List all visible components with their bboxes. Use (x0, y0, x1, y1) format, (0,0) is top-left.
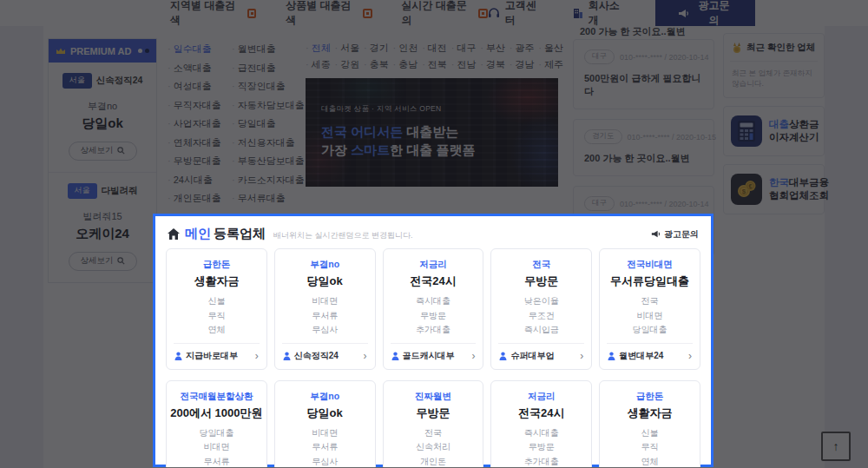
company-card[interactable]: 부결no 당일ok 비대면 무서류 무심사 신속정직24 › (274, 248, 376, 370)
card-features: 신불 무직 연체 (600, 426, 700, 468)
loan-menu-item[interactable]: 무서류대출 (232, 189, 291, 208)
magnifier-icon (117, 257, 125, 265)
company-card[interactable]: 급한돈 생활자금 신불 무직 연체 지급바로대부 › (166, 248, 267, 370)
region-tab[interactable]: 전북 (422, 56, 447, 73)
region-tab[interactable]: 광주 (510, 40, 535, 56)
up-arrow-icon: ↑ (833, 439, 839, 453)
loan-menu-item[interactable]: 직장인대출 (232, 77, 291, 96)
region-tab[interactable]: 세종 (306, 56, 331, 73)
ad-inquiry-button[interactable]: 광고문의 (655, 0, 755, 26)
loan-menu-item[interactable]: 여성대출 (168, 77, 227, 96)
loan-menu-item[interactable]: 급전대출 (232, 59, 291, 78)
loan-menu-item[interactable]: 연체자대출 (168, 134, 227, 153)
card-company-name: 신속정직24 (294, 350, 339, 362)
topnav-item-label: 상품별 대출검색 (286, 0, 358, 28)
card-features: 즉시대출 무방문 추가대출 (384, 294, 483, 338)
card-subtitle: 전국 (491, 259, 591, 271)
inquiry-phone-date: 010-****-**** / 2020-10-14 (620, 53, 709, 62)
card-subtitle: 전국비대면 (600, 259, 700, 271)
main-ad-inquiry-link[interactable]: 광고문의 (651, 228, 699, 241)
company-card[interactable]: 저금리 전국24시 즉시대출 무방문 추가대출 골드캐시대부 › (383, 248, 484, 370)
company-card[interactable]: 전국비대면 무서류당일대출 전국 비대면 당일대출 월변대부24 › (599, 248, 700, 370)
region-tab[interactable]: 경남 (510, 56, 535, 73)
region-tabs-row-1: 전체서울경기인천대전대구부산광주울산 (306, 40, 563, 56)
company-card[interactable]: 전국 무방문 낮은이율 무조건 즉시입금 슈퍼대부업 › (490, 248, 592, 370)
association-lookup-widget[interactable]: $€ 한국대부금융 협회업체조회 (723, 164, 825, 214)
card-title: 전국24시 (384, 274, 483, 289)
region-tab[interactable]: 인천 (393, 40, 418, 56)
region-tab[interactable]: 충남 (393, 56, 418, 73)
region-tab[interactable]: 강원 (335, 56, 360, 73)
company-card[interactable]: 부결no 당일ok 비대면 무서류 무심사 신속정직24 › (274, 380, 376, 468)
card-footer: 신속정직24 › (282, 343, 368, 369)
promo-banner[interactable]: 대출마켓 상품 · 지역 서비스 OPEN 전국 어디서든 대출받는 가장 스마… (306, 78, 558, 187)
loan-menu-item[interactable]: 카드소지자대출 (232, 171, 291, 190)
loan-menu-item[interactable]: 사업자대출 (168, 115, 227, 134)
loan-menu-item[interactable]: 당일대출 (232, 115, 291, 134)
region-tab[interactable]: 경기 (364, 40, 389, 56)
region-tab[interactable]: 제주 (538, 56, 563, 73)
loan-menu-item[interactable]: 소액대출 (168, 59, 227, 78)
loan-menu-item[interactable]: 무직자대출 (168, 96, 227, 115)
company-card[interactable]: 급한돈 생활자금 신불 무직 연체 지급바로대부 › (599, 380, 700, 468)
region-tab[interactable]: 울산 (538, 40, 563, 56)
premium-card[interactable]: 서울 신속정직24 부결no 당일ok 상세보기 (49, 63, 156, 172)
detail-view-button[interactable]: 상세보기 (69, 252, 137, 271)
premium-card-line2: 오케이24 (54, 226, 151, 242)
orange-list-icon (247, 9, 257, 18)
region-badge: 서울 (62, 73, 92, 89)
loan-menu-item[interactable]: 자동차담보대출 (232, 96, 291, 115)
loan-menu-item[interactable]: 무방문대출 (168, 152, 227, 171)
recent-companies-panel: 최근 확인한 업체 최근 본 업체가 존재하지 않습니다. (723, 33, 825, 98)
company-about-link[interactable]: 회사소개 (572, 0, 626, 28)
loan-menu-item[interactable]: 저신용자대출 (232, 134, 291, 153)
medal-icon (732, 43, 742, 54)
customer-center-link[interactable]: 고객센터 (488, 0, 542, 28)
card-company-name: 골드캐시대부 (403, 350, 455, 362)
topnav-menu-item[interactable]: 실시간 대출문의 (402, 0, 488, 28)
detail-button-label: 상세보기 (81, 255, 114, 267)
orange-list-icon (363, 9, 372, 18)
card-title: 생활자금 (167, 274, 266, 289)
right-widgets: 최근 확인한 업체 최근 본 업체가 존재하지 않습니다. 대출상환금 이자계산… (723, 33, 825, 222)
premium-card[interactable]: 서울 다빌려줘 빌려줘15 오케이24 상세보기 (49, 172, 156, 282)
card-company-name: 슈퍼대부업 (510, 350, 554, 362)
card-subtitle: 저금리 (384, 259, 483, 271)
scroll-to-top-button[interactable]: ↑ (821, 432, 851, 461)
region-tab[interactable]: 서울 (335, 40, 360, 56)
detail-view-button[interactable]: 상세보기 (69, 142, 137, 161)
premium-pagination-dots[interactable] (138, 49, 149, 53)
page: 지역별 대출검색 상품별 대출검색 실시간 대출문의 고객센터 (0, 0, 868, 468)
loan-calculator-widget[interactable]: 대출상환금 이자계산기 (723, 106, 825, 156)
region-tab[interactable]: 전남 (451, 56, 477, 73)
inquiry-text: 200 가능 한 곳이요..월변 (584, 152, 703, 165)
inquiry-text: 500만원이 급하게 필요합니다 (584, 72, 703, 98)
loan-menu-item[interactable]: 월변대출 (232, 40, 291, 59)
company-card[interactable]: 진짜월변 무방문 전국 신속처리 개인돈 파워대부업 › (383, 380, 484, 468)
region-tab[interactable]: 대구 (451, 40, 477, 56)
card-title: 200에서 1000만원 (167, 405, 266, 421)
loan-menu-item[interactable]: 일수대출 (168, 40, 227, 59)
inquiry-item[interactable]: 경기도 010-****-**** / 2020-10-15 200 가능 한 … (573, 119, 714, 176)
loan-menu-item[interactable]: 개인돈대출 (168, 189, 227, 208)
loan-menu-item[interactable]: 부동산담보대출 (232, 152, 291, 171)
loan-menu-item[interactable]: 24시대출 (168, 171, 227, 190)
region-tab[interactable]: 충북 (364, 56, 389, 73)
premium-ad-panel: PREMIUM AD 서울 신속정직24 부결no 당일ok 상세보기 (48, 38, 157, 283)
card-title: 무서류당일대출 (600, 274, 700, 289)
region-badge: 서울 (68, 183, 97, 199)
chevron-right-icon: › (471, 352, 475, 360)
topnav-menu-item[interactable]: 지역별 대출검색 (170, 0, 256, 28)
company-card[interactable]: 전국매월분할상환 200에서 1000만원 당일대출 비대면 무서류 비대면지급… (166, 380, 267, 468)
inquiry-item[interactable]: 대구 010-****-**** / 2020-10-14 500만원이 급하게… (573, 39, 714, 109)
topnav-menu-item[interactable]: 상품별 대출검색 (286, 0, 372, 28)
company-card[interactable]: 저금리 전국24시 즉시대출 무방문 추가대출 골드캐시대부 › (490, 380, 592, 468)
region-tab[interactable]: 부산 (480, 40, 505, 56)
svg-text:€: € (749, 183, 753, 189)
building-icon (572, 8, 583, 19)
card-title: 무방문 (491, 274, 591, 289)
region-tab[interactable]: 전체 (306, 40, 331, 56)
region-tab[interactable]: 대전 (422, 40, 447, 56)
coins-icon: $€ (731, 174, 762, 205)
region-tab[interactable]: 경북 (480, 56, 505, 73)
